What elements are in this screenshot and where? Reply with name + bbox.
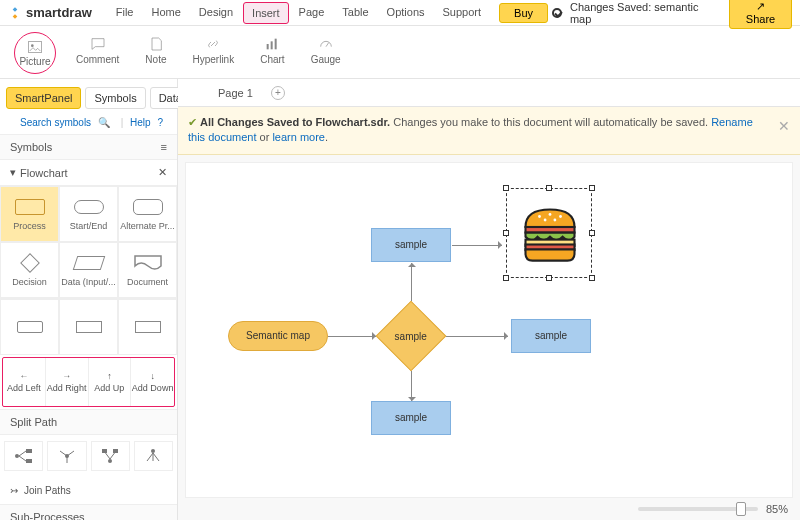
page-tab-1[interactable]: Page 1 [218,87,253,99]
svg-line-21 [147,453,153,461]
share-button[interactable]: ↗ Share [729,0,792,29]
hamburger-icon[interactable]: ≡ [161,141,167,153]
split-opt-1[interactable] [4,441,43,471]
menu-design[interactable]: Design [191,2,241,24]
svg-point-28 [554,218,557,221]
shape-datainput[interactable]: Data (Input/... [59,242,118,298]
save-notice-banner: ✔ All Changes Saved to Flowchart.sdr. Ch… [178,107,800,155]
search-symbols-link[interactable]: Search symbols [20,117,91,128]
edge-center-top [411,263,412,301]
add-left-button[interactable]: ←Add Left [3,358,46,406]
svg-line-7 [19,451,26,456]
node-start[interactable]: Semantic map [228,321,328,351]
help-link[interactable]: Help [130,117,151,128]
arrow-left-icon: ← [19,371,28,381]
edge-start-center [328,336,376,337]
join-paths-button[interactable]: ↣ Join Paths [0,477,177,504]
symbols-header: Symbols ≡ [0,134,177,160]
ribbon-picture[interactable]: Picture [14,32,56,74]
learn-more-link[interactable]: learn more [272,131,325,143]
node-right[interactable]: sample [511,319,591,353]
shape-more-2[interactable] [59,299,118,355]
shape-more-1[interactable] [0,299,59,355]
comment-icon [89,36,107,52]
svg-rect-4 [275,39,277,50]
zoom-slider[interactable] [638,507,758,511]
svg-point-20 [151,449,155,453]
svg-line-8 [19,456,26,461]
svg-point-15 [108,459,112,463]
left-sidebar: SmartPanel Symbols Data ✕ Search symbols… [0,79,178,520]
menu-options[interactable]: Options [379,2,433,24]
picture-icon [26,39,44,55]
node-decision[interactable]: sample [376,301,446,371]
svg-line-5 [326,43,329,47]
chart-icon [263,36,281,52]
svg-rect-10 [26,459,32,463]
zoom-label: 85% [766,503,788,515]
svg-rect-2 [267,44,269,49]
notice-check-icon: ✔ [188,116,197,128]
drawing-canvas[interactable]: Semantic map sample sample sample sample [186,163,792,497]
join-paths-icon: ↣ [10,485,18,496]
add-page-button[interactable]: + [271,86,285,100]
svg-point-27 [544,218,547,221]
saved-check-icon [552,8,562,18]
shape-decision[interactable]: Decision [0,242,59,298]
menu-insert[interactable]: Insert [243,2,289,24]
ribbon-comment[interactable]: Comment [70,32,125,74]
zoom-thumb[interactable] [736,502,746,516]
app-logo[interactable]: smartdraw [8,5,92,20]
ribbon-hyperlink[interactable]: Hyperlink [186,32,240,74]
category-label: Flowchart [20,167,68,179]
menu-table[interactable]: Table [334,2,376,24]
svg-rect-9 [26,449,32,453]
menu-support[interactable]: Support [435,2,490,24]
shape-process[interactable]: Process [0,186,59,242]
menu-home[interactable]: Home [143,2,188,24]
shape-document[interactable]: Document [118,242,177,298]
burger-icon [515,199,585,269]
tab-symbols[interactable]: Symbols [85,87,145,109]
notice-close-icon[interactable]: ✕ [778,117,790,137]
buy-button[interactable]: Buy [499,3,548,23]
add-right-button[interactable]: →Add Right [46,358,89,406]
svg-line-23 [153,453,159,461]
add-direction-row: ←Add Left →Add Right ↑Add Up ↓Add Down [2,357,175,407]
tab-smartpanel[interactable]: SmartPanel [6,87,81,109]
category-close[interactable]: ✕ [158,166,167,179]
split-opt-4[interactable] [134,441,173,471]
split-opt-3[interactable] [91,441,130,471]
svg-line-12 [60,451,67,456]
ribbon-note[interactable]: Note [139,32,172,74]
menu-page[interactable]: Page [291,2,333,24]
app-name: smartdraw [26,5,92,20]
svg-rect-18 [102,449,107,453]
node-top[interactable]: sample [371,228,451,262]
edge-center-bottom [411,371,412,401]
selected-image[interactable] [506,188,592,278]
shape-startend[interactable]: Start/End [59,186,118,242]
logo-icon [8,6,22,20]
menu-file[interactable]: File [108,2,142,24]
insert-ribbon: Picture Comment Note Hyperlink Chart Gau… [0,26,800,79]
add-down-button[interactable]: ↓Add Down [131,358,174,406]
main-menu: File Home Design Insert Page Table Optio… [108,2,489,24]
arrow-right-icon: → [62,371,71,381]
subprocess-header: Sub-Processes [0,504,177,520]
svg-point-25 [549,213,552,216]
split-opt-2[interactable] [47,441,86,471]
search-icon: 🔍 [98,117,110,128]
svg-rect-3 [271,41,273,49]
caret-down-icon[interactable]: ▾ [10,166,16,179]
edge-top-image [452,245,502,246]
edge-center-right [446,336,508,337]
ribbon-chart[interactable]: Chart [254,32,290,74]
shape-altprocess[interactable]: Alternate Pr... [118,186,177,242]
shape-palette: Process Start/End Alternate Pr... Decisi… [0,186,177,298]
add-up-button[interactable]: ↑Add Up [89,358,132,406]
svg-point-6 [15,454,19,458]
shape-more-3[interactable] [118,299,177,355]
ribbon-gauge[interactable]: Gauge [305,32,347,74]
node-bottom[interactable]: sample [371,401,451,435]
